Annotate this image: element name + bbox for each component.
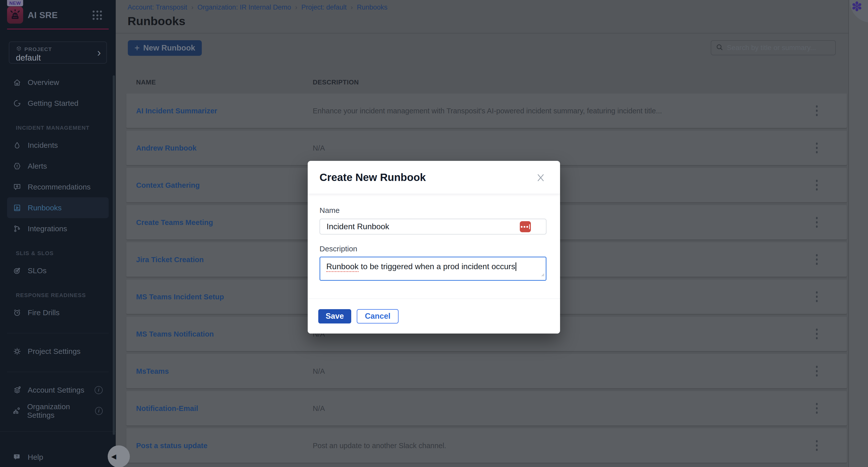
row-menu-kebab-icon[interactable] (812, 140, 822, 156)
breadcrumb-link-runbooks[interactable]: Runbooks (357, 3, 388, 11)
description-text: to be triggered when a prod incident occ… (359, 262, 515, 271)
runbook-name-link[interactable]: MS Teams Incident Setup (136, 293, 224, 301)
sidebar-section-response-readiness: RESPONSE READINESS (0, 287, 116, 302)
sidebar-item-label: Incidents (28, 141, 58, 149)
search-icon (716, 43, 723, 52)
runbook-name-link[interactable]: AI Incident Summarizer (136, 107, 217, 115)
project-label: PROJECT (24, 46, 52, 52)
row-menu-kebab-icon[interactable] (812, 363, 822, 379)
sidebar-divider (0, 431, 116, 432)
app-name: AI SRE (28, 10, 58, 20)
password-manager-autofill-icon[interactable] (520, 221, 531, 232)
runbook-description: Post an update to another Slack channel. (313, 441, 446, 449)
plus-icon: + (134, 43, 140, 53)
sidebar-item-label: Runbooks (28, 204, 62, 212)
sidebar: NEW AI SRE PRO (0, 0, 116, 467)
sidebar-collapse-handle[interactable]: ◀ (108, 445, 130, 467)
runbook-name-input[interactable] (319, 219, 547, 234)
sidebar-item-label: SLOs (28, 266, 46, 275)
row-menu-kebab-icon[interactable] (812, 289, 822, 305)
sidebar-item-incidents[interactable]: Incidents (0, 135, 116, 156)
sidebar-nav: OverviewGetting StartedINCIDENT MANAGEME… (0, 72, 116, 467)
runbook-name-link[interactable]: Notification-Email (136, 404, 198, 412)
breadcrumb-link-organization-ir-internal-demo[interactable]: Organization: IR Internal Demo (197, 3, 291, 11)
sidebar-item-label: Alerts (28, 162, 47, 170)
slo-target-icon (12, 266, 22, 275)
runbook-name-link[interactable]: Andrew Runbook (136, 144, 196, 152)
runbook-name-link[interactable]: Create Teams Meeting (136, 218, 213, 227)
row-menu-kebab-icon[interactable] (812, 438, 822, 454)
runbook-name-link[interactable]: Jira Ticket Creation (136, 255, 204, 264)
page-title: Runbooks (128, 14, 185, 28)
new-runbook-button[interactable]: + New Runbook (128, 40, 202, 56)
app-switcher-grid-icon[interactable] (93, 10, 102, 20)
fire-drill-clock-icon (12, 308, 22, 317)
sidebar-item-help[interactable]: ?Help (0, 447, 116, 467)
info-icon[interactable]: i (95, 407, 103, 415)
sidebar-item-overview[interactable]: Overview (0, 72, 116, 93)
close-icon[interactable] (535, 172, 546, 183)
project-value: default (16, 53, 41, 63)
info-icon[interactable]: i (95, 386, 103, 394)
new-badge: NEW (7, 0, 23, 6)
app-root: NEW AI SRE PRO (0, 0, 868, 467)
sidebar-scrollbar[interactable] (113, 75, 115, 435)
runbook-name-link[interactable]: Context Gathering (136, 181, 200, 189)
sidebar-item-label: Account Settings (28, 386, 84, 394)
sidebar-item-project-settings[interactable]: Project Settings (0, 341, 116, 362)
modal-title: Create New Runbook (319, 171, 426, 184)
sidebar-item-recommendations[interactable]: Recommendations (0, 176, 116, 197)
search-input[interactable] (727, 44, 831, 52)
row-menu-kebab-icon[interactable] (812, 214, 822, 231)
text-caret (516, 262, 516, 271)
runbook-description: Enhance your incident management with Tr… (313, 107, 662, 115)
modal-footer: Save Cancel (308, 299, 560, 334)
table-row: Andrew RunbookN/A (126, 131, 847, 165)
sidebar-item-integrations[interactable]: Integrations (0, 218, 116, 239)
save-button[interactable]: Save (318, 309, 351, 324)
sidebar-item-slos[interactable]: SLOs (0, 260, 116, 281)
app-logo[interactable] (7, 6, 23, 24)
sidebar-item-runbooks[interactable]: Runbooks (7, 197, 109, 218)
sidebar-item-account-settings[interactable]: Account Settingsi (0, 379, 116, 400)
sidebar-item-organization-settings[interactable]: Organization Settingsi (0, 400, 116, 421)
sidebar-item-fire-drills[interactable]: Fire Drills (0, 302, 116, 323)
sidebar-item-label: Fire Drills (28, 308, 60, 317)
cancel-button[interactable]: Cancel (357, 309, 399, 324)
runbook-description-textarea[interactable]: Runbook to be triggered when a prod inci… (319, 257, 547, 281)
modal-header: Create New Runbook (308, 161, 560, 194)
column-header-name: NAME (136, 78, 156, 86)
page-scrollbar[interactable] (849, 0, 868, 467)
svg-text:?: ? (16, 455, 18, 458)
table-row: MsTeamsN/A (126, 354, 847, 388)
project-selector[interactable]: PROJECT default › (9, 41, 107, 64)
runbook-description: N/A (313, 404, 325, 412)
sidebar-divider (7, 372, 109, 372)
runbook-description: N/A (313, 367, 325, 375)
breadcrumb-link-project-default[interactable]: Project: default (302, 3, 347, 11)
row-menu-kebab-icon[interactable] (812, 252, 822, 268)
row-menu-kebab-icon[interactable] (812, 326, 822, 342)
sidebar-item-alerts[interactable]: Alerts (0, 156, 116, 176)
row-menu-kebab-icon[interactable] (812, 103, 822, 119)
runbooks-icon (12, 203, 22, 212)
modal-body: Name Description Runbook to be triggered… (308, 194, 560, 281)
integrations-icon (12, 224, 22, 233)
siren-icon (8, 8, 22, 22)
breadcrumb-link-account-transposit[interactable]: Account: Transposit (128, 3, 187, 11)
sidebar-item-label: Project Settings (28, 347, 81, 356)
search-box (711, 40, 836, 55)
runbook-name-link[interactable]: MsTeams (136, 367, 169, 375)
sidebar-item-getting-started[interactable]: Getting Started (0, 93, 116, 113)
sidebar-item-label: Overview (28, 78, 59, 87)
row-menu-kebab-icon[interactable] (812, 177, 822, 193)
collapse-arrow-icon: ◀ (111, 453, 116, 461)
runbook-name-link[interactable]: MS Teams Notification (136, 330, 214, 338)
row-menu-kebab-icon[interactable] (812, 400, 822, 416)
name-label: Name (319, 206, 548, 215)
runbook-name-link[interactable]: Post a status update (136, 441, 208, 449)
textarea-resize-handle[interactable] (540, 269, 545, 279)
home-icon (12, 78, 22, 87)
create-runbook-modal: Create New Runbook Name Description Runb… (308, 161, 560, 334)
organization-settings-icon (12, 406, 21, 415)
